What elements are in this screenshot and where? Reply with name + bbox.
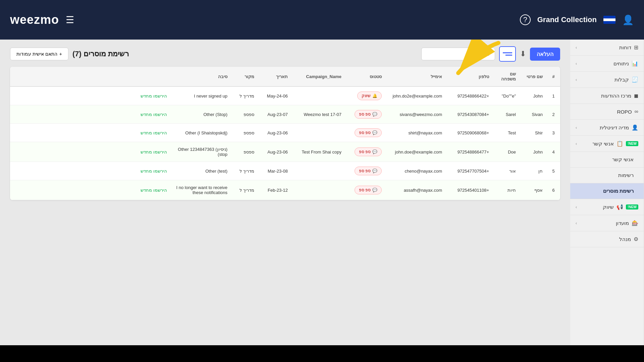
cell-status: 🔔 שיווק (345, 86, 386, 105)
cell-action[interactable]: הירשמו מחדש (10, 162, 171, 180)
top-actions-right: רשימת מוסרים (7) + התאם אישית עמודות (10, 48, 129, 60)
cell-action[interactable]: הירשמו מחדש (10, 124, 171, 142)
cell-num: 1 (547, 86, 560, 105)
status-badge: 💬 ספ ספ (355, 128, 382, 137)
main-layout: ⊞ דוחות › 📊 ניתוחים › 🧾 קבלות › ◼ מרכז ה… (0, 40, 644, 345)
col-header-first: שם פרטי (520, 67, 547, 86)
top-actions-left: העלאה ⬇ (421, 46, 560, 62)
customize-btn-label: התאם אישית עמודות (16, 51, 57, 57)
cell-date: Mar-23-08 (258, 162, 292, 180)
sidebar-item-digital-media[interactable]: 👤 מדיה דיגיטלית › (570, 120, 644, 136)
sidebar-item-analytics[interactable]: 📊 ניתוחים › (570, 56, 644, 72)
sidebar-item-label: מרכז ההודעות (601, 93, 631, 99)
table-row: 6 אסף חיות +972545401108 assafh@nayax.co… (10, 180, 560, 200)
sidebar-item-ropo[interactable]: ∞ ROPO (570, 104, 644, 120)
table-row: 2 Sivan Sarel +972543087084 sivans@weezm… (10, 105, 560, 124)
digital-media-icon: 👤 (632, 124, 638, 131)
sidebar-item-label: דוחות (619, 45, 631, 51)
cell-reason: I never signed up (171, 86, 231, 105)
search-input[interactable] (421, 48, 495, 60)
re-register-link[interactable]: הירשמו מחדש (141, 188, 167, 193)
col-header-campaign: Campaign_Name (292, 67, 345, 86)
flag-icon (603, 16, 615, 24)
download-button[interactable]: ⬇ (520, 50, 526, 58)
col-header-reason: סיבה (171, 67, 231, 86)
sidebar-item-reports[interactable]: ⊞ דוחות › (570, 40, 644, 56)
col-header-date: תאריך (258, 67, 292, 86)
cell-reason: Other (Stop) (171, 105, 231, 124)
col-header-source: מקור (231, 67, 258, 86)
cell-campaign (292, 162, 345, 180)
newsroom-icon: ◼ (634, 93, 638, 99)
cell-date: Aug-23-06 (258, 142, 292, 162)
cell-first: John (520, 86, 547, 105)
sidebar-item-club[interactable]: 🎰 מועדון › (570, 215, 644, 231)
cell-reason: (ניסיון) Other 1234847363 (stop (171, 142, 231, 162)
cell-num: 5 (547, 162, 560, 180)
sidebar-item-marketing[interactable]: NEW! 📢 שיווק › (570, 199, 644, 215)
cell-reason: Other (test) (171, 162, 231, 180)
status-icon: 💬 (372, 130, 377, 135)
sidebar-item-blocklist[interactable]: רשימת מוסרים (570, 183, 644, 199)
top-actions: העלאה ⬇ (10, 46, 560, 62)
status-badge: 💬 ספ ספ (355, 147, 382, 156)
sidebar-item-label: אנשי קשר (592, 141, 614, 147)
chevron-icon: › (576, 45, 577, 50)
cell-campaign: Test From Shai copy (292, 142, 345, 162)
col-header-status: סטטוס (345, 67, 386, 86)
sidebar-item-contacts-list[interactable]: אנשי קשר (570, 152, 644, 168)
status-icon: 💬 (372, 149, 377, 154)
cell-last: Sarel (493, 105, 520, 124)
menu-icon[interactable]: ☰ (66, 14, 74, 25)
sidebar-item-receipts[interactable]: 🧾 קבלות › (570, 72, 644, 88)
marketing-icon: 📢 (616, 204, 623, 210)
sidebar-item-newsroom[interactable]: ◼ מרכז ההודעות (570, 88, 644, 104)
sidebar-item-label: קבלות (614, 77, 629, 83)
columns-icon (503, 52, 512, 56)
content-area: העלאה ⬇ (0, 40, 570, 345)
help-icon[interactable]: ? (520, 14, 531, 25)
user-icon[interactable]: 👤 (622, 14, 634, 25)
weezmo-logo: weezmo (10, 13, 59, 27)
col-line-2 (505, 55, 512, 56)
cell-email: cheno@nayax.com (386, 162, 446, 180)
cell-last: חיות (493, 180, 520, 200)
upload-button[interactable]: העלאה (530, 48, 560, 61)
re-register-link[interactable]: הירשמו מחדש (141, 94, 167, 99)
col-header-phone: טלפון (446, 67, 493, 86)
cell-campaign (292, 180, 345, 200)
chevron-icon: › (576, 61, 577, 66)
table-row: 1 John "Do""e" +972548866422 john.do2e@e… (10, 86, 560, 105)
sidebar-item-label: אנשי קשר (612, 157, 634, 163)
cell-action[interactable]: הירשמו מחדש (10, 105, 171, 124)
cell-action[interactable]: הירשמו מחדש (10, 86, 171, 105)
sidebar-item-admin[interactable]: ⚙ מנהל (570, 231, 644, 247)
cell-num: 2 (547, 105, 560, 124)
cell-action[interactable]: הירשמו מחדש (10, 142, 171, 162)
cell-email: assafh@nayax.com (386, 180, 446, 200)
re-register-link[interactable]: הירשמו מחדש (141, 112, 167, 117)
status-badge: 💬 ספ ספ (355, 186, 382, 194)
re-register-link[interactable]: הירשמו מחדש (141, 149, 167, 155)
table-header-row: # שם פרטי שם משפחה טלפון אימייל סטטוס Ca… (10, 67, 560, 86)
cell-campaign (292, 86, 345, 105)
sidebar-item-label: ניתוחים (613, 61, 629, 67)
cell-source: ספספ (231, 124, 258, 142)
re-register-link[interactable]: הירשמו מחדש (141, 130, 167, 135)
customize-columns-button[interactable]: + התאם אישית עמודות (10, 48, 68, 60)
chevron-icon: › (576, 141, 577, 146)
columns-button[interactable] (499, 46, 516, 62)
cell-campaign (292, 124, 345, 142)
chevron-icon: › (576, 205, 577, 209)
sidebar-item-contacts[interactable]: NEW! 📋 אנשי קשר › (570, 136, 644, 152)
cell-action[interactable]: הירשמו מחדש (10, 180, 171, 200)
sidebar-item-registry[interactable]: רשימות (570, 168, 644, 183)
status-icon: 🔔 (372, 94, 377, 98)
sidebar: ⊞ דוחות › 📊 ניתוחים › 🧾 קבלות › ◼ מרכז ה… (570, 40, 644, 345)
re-register-link[interactable]: הירשמו מחדש (141, 169, 167, 174)
table-row: 3 Shir Test +972509068068 shirt@nayax.co… (10, 124, 560, 142)
cell-campaign: Weezmo test 17-07 (292, 105, 345, 124)
sidebar-item-label: רשימות (618, 172, 634, 178)
table-row: 4 John Doe +972548866477 john.doe@exampl… (10, 142, 560, 162)
cell-source: מדריך ל (231, 162, 258, 180)
